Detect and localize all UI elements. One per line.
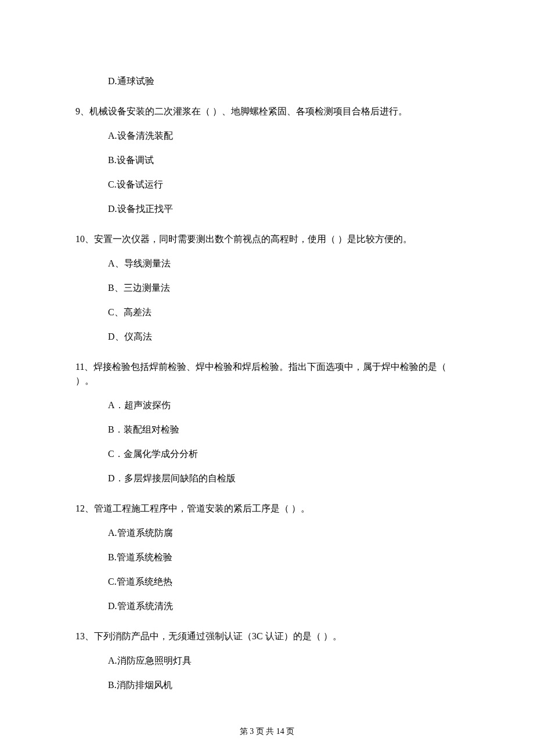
question-10: 10、安置一次仪器，同时需要测出数个前视点的高程时，使用（ ）是比较方便的。 xyxy=(75,232,459,246)
question-11-option-c: C．金属化学成分分析 xyxy=(108,447,459,461)
question-11-option-b: B．装配组对检验 xyxy=(108,423,459,437)
question-9: 9、机械设备安装的二次灌浆在（ ）、地脚螺栓紧固、各项检测项目合格后进行。 xyxy=(75,105,459,118)
question-12-option-b: B.管道系统检验 xyxy=(108,550,459,564)
option-d: D.通球试验 xyxy=(108,74,459,88)
question-10-option-d: D、仪高法 xyxy=(108,330,459,344)
question-9-option-d: D.设备找正找平 xyxy=(108,202,459,216)
question-9-option-c: C.设备试运行 xyxy=(108,178,459,192)
question-11: 11、焊接检验包括焊前检验、焊中检验和焊后检验。指出下面选项中，属于焊中检验的是… xyxy=(75,360,459,388)
question-10-option-b: B、三边测量法 xyxy=(108,281,459,295)
question-10-option-c: C、高差法 xyxy=(108,305,459,319)
question-12-option-a: A.管道系统防腐 xyxy=(108,526,459,540)
question-13-option-a: A.消防应急照明灯具 xyxy=(108,654,459,668)
question-10-option-a: A、导线测量法 xyxy=(108,257,459,271)
question-11-option-d: D．多层焊接层间缺陷的自检版 xyxy=(108,471,459,485)
page: D.通球试验 9、机械设备安装的二次灌浆在（ ）、地脚螺栓紧固、各项检测项目合格… xyxy=(0,0,534,756)
question-13-option-b: B.消防排烟风机 xyxy=(108,678,459,692)
question-9-option-b: B.设备调试 xyxy=(108,153,459,167)
question-13: 13、下列消防产品中，无须通过强制认证（3C 认证）的是（ ）。 xyxy=(75,629,459,643)
page-footer: 第 3 页 共 14 页 xyxy=(0,725,534,737)
question-9-option-a: A.设备清洗装配 xyxy=(108,129,459,143)
question-11-option-a: A．超声波探伤 xyxy=(108,398,459,412)
question-12: 12、管道工程施工程序中，管道安装的紧后工序是（ ）。 xyxy=(75,502,459,516)
question-12-option-d: D.管道系统清洗 xyxy=(108,599,459,613)
question-12-option-c: C.管道系统绝热 xyxy=(108,575,459,589)
